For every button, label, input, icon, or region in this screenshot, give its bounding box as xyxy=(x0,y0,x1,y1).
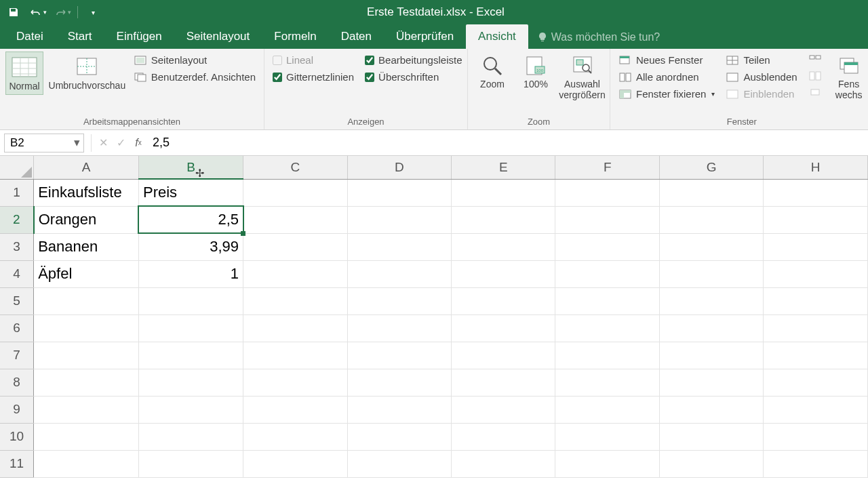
cell-D3[interactable] xyxy=(347,233,452,260)
arrange-all-button[interactable]: Alle anordnen xyxy=(616,70,717,84)
tab-start[interactable]: Start xyxy=(56,24,104,49)
cell-C10[interactable] xyxy=(243,423,348,450)
column-header-F[interactable]: F xyxy=(555,156,659,179)
cell-B6[interactable] xyxy=(138,314,243,342)
cell-D2[interactable] xyxy=(347,206,452,233)
cell-E4[interactable] xyxy=(452,260,555,287)
cell-H8[interactable] xyxy=(764,369,868,396)
cell-H2[interactable] xyxy=(764,206,868,233)
headings-checkbox[interactable]: Überschriften xyxy=(362,70,465,84)
cell-H9[interactable] xyxy=(764,396,868,423)
cell-B11[interactable] xyxy=(138,450,243,477)
cell-F9[interactable] xyxy=(555,396,659,423)
cell-E11[interactable] xyxy=(452,450,555,477)
cell-E8[interactable] xyxy=(452,369,555,396)
cell-A2[interactable]: Orangen xyxy=(34,206,139,233)
cell-A4[interactable]: Äpfel xyxy=(34,260,139,287)
cell-A1[interactable]: Einkaufsliste xyxy=(34,179,139,206)
split-button[interactable]: Teilen xyxy=(723,53,800,67)
tab-view[interactable]: Ansicht xyxy=(466,24,528,49)
cell-G11[interactable] xyxy=(659,450,764,477)
column-header-H[interactable]: H xyxy=(764,156,868,179)
row-header-4[interactable]: 4 xyxy=(0,260,34,287)
column-header-C[interactable]: C xyxy=(243,156,348,179)
gridlines-checkbox[interactable]: Gitternetzlinien xyxy=(270,70,357,84)
column-header-G[interactable]: G xyxy=(659,156,764,179)
cell-F10[interactable] xyxy=(555,423,659,450)
switch-windows-button[interactable]: Fenswechs xyxy=(830,52,868,103)
hide-button[interactable]: Ausblenden xyxy=(723,70,800,84)
cell-D1[interactable] xyxy=(347,179,452,206)
cell-B3[interactable]: 3,99 xyxy=(138,233,243,260)
row-header-10[interactable]: 10 xyxy=(0,423,34,450)
cell-H5[interactable] xyxy=(764,287,868,314)
cell-B4[interactable]: 1 xyxy=(138,260,243,287)
row-header-5[interactable]: 5 xyxy=(0,287,34,314)
cell-F5[interactable] xyxy=(555,287,659,314)
cell-C6[interactable] xyxy=(243,314,348,342)
qat-customize-button[interactable]: ▾ xyxy=(83,3,102,22)
side-by-side-button[interactable] xyxy=(806,53,825,66)
cell-A11[interactable] xyxy=(34,450,139,477)
cell-F7[interactable] xyxy=(555,342,659,369)
tab-insert[interactable]: Einfügen xyxy=(104,24,174,49)
gridlines-check-input[interactable] xyxy=(273,73,282,82)
tell-me-search[interactable]: Was möchten Sie tun? xyxy=(528,26,669,49)
cell-F2[interactable] xyxy=(555,206,659,233)
cell-F8[interactable] xyxy=(555,369,659,396)
cell-A9[interactable] xyxy=(34,396,139,423)
cell-G5[interactable] xyxy=(659,287,764,314)
cell-D6[interactable] xyxy=(347,314,452,342)
freeze-panes-button[interactable]: Fenster fixieren▾ xyxy=(616,87,717,101)
formulabar-checkbox[interactable]: Bearbeitungsleiste xyxy=(362,53,465,67)
undo-button[interactable]: ▾ xyxy=(28,3,47,22)
cell-A10[interactable] xyxy=(34,423,139,450)
cell-C5[interactable] xyxy=(243,287,348,314)
name-box-dropdown[interactable]: ▾ xyxy=(71,136,82,150)
cell-G4[interactable] xyxy=(659,260,764,287)
cell-A7[interactable] xyxy=(34,342,139,369)
row-header-2[interactable]: 2 xyxy=(0,206,34,233)
cell-C4[interactable] xyxy=(243,260,348,287)
cell-A8[interactable] xyxy=(34,369,139,396)
page-layout-button[interactable]: Seitenlayout xyxy=(131,53,258,67)
tab-review[interactable]: Überprüfen xyxy=(384,24,466,49)
select-all-corner[interactable] xyxy=(0,156,34,179)
cell-D7[interactable] xyxy=(347,342,452,369)
cell-B5[interactable] xyxy=(138,287,243,314)
cell-B7[interactable] xyxy=(138,342,243,369)
cell-A6[interactable] xyxy=(34,314,139,342)
column-header-A[interactable]: A xyxy=(34,156,139,179)
new-window-button[interactable]: Neues Fenster xyxy=(616,53,717,67)
cell-D5[interactable] xyxy=(347,287,452,314)
row-header-11[interactable]: 11 xyxy=(0,450,34,477)
cell-A5[interactable] xyxy=(34,287,139,314)
cell-B10[interactable] xyxy=(138,423,243,450)
cell-C11[interactable] xyxy=(243,450,348,477)
cell-G7[interactable] xyxy=(659,342,764,369)
cell-G6[interactable] xyxy=(659,314,764,342)
cell-E10[interactable] xyxy=(452,423,555,450)
cell-A3[interactable]: Bananen xyxy=(34,233,139,260)
cell-B1[interactable]: Preis xyxy=(138,179,243,206)
redo-button[interactable]: ▾ xyxy=(53,3,72,22)
cell-H10[interactable] xyxy=(764,423,868,450)
cell-E9[interactable] xyxy=(452,396,555,423)
row-header-1[interactable]: 1 xyxy=(0,179,34,206)
cell-G9[interactable] xyxy=(659,396,764,423)
cell-D4[interactable] xyxy=(347,260,452,287)
cell-B9[interactable] xyxy=(138,396,243,423)
cell-H1[interactable] xyxy=(764,179,868,206)
cell-D8[interactable] xyxy=(347,369,452,396)
page-break-button[interactable]: Umbruchvorschau xyxy=(49,52,125,94)
cell-C1[interactable] xyxy=(243,179,348,206)
cell-B2[interactable]: 2,5 xyxy=(138,206,243,233)
row-header-7[interactable]: 7 xyxy=(0,342,34,369)
cell-E3[interactable] xyxy=(452,233,555,260)
zoom-button[interactable]: Zoom xyxy=(473,52,511,92)
column-header-B[interactable]: B xyxy=(138,156,243,179)
cell-G2[interactable] xyxy=(659,206,764,233)
cell-E7[interactable] xyxy=(452,342,555,369)
cell-F11[interactable] xyxy=(555,450,659,477)
cell-H11[interactable] xyxy=(764,450,868,477)
